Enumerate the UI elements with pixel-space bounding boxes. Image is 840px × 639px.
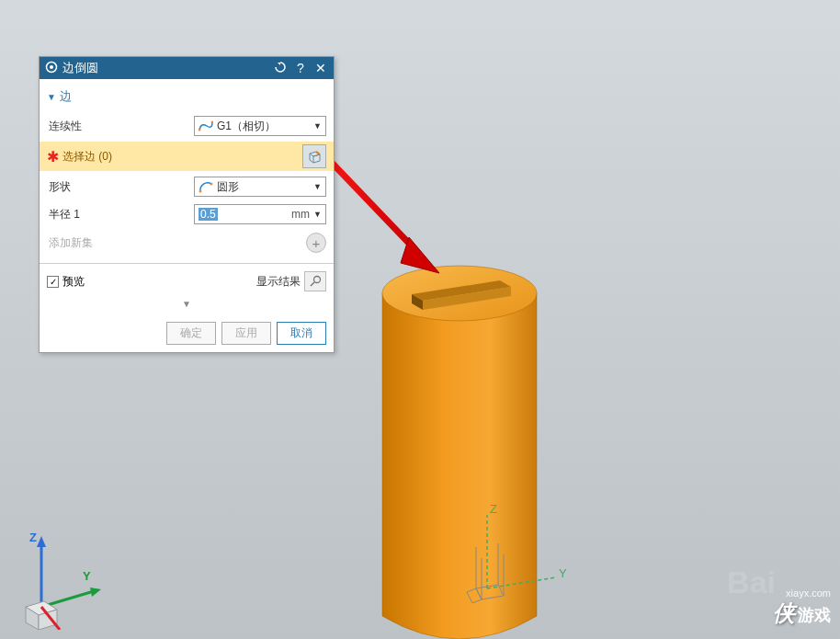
select-edge-icon-button[interactable]	[302, 144, 326, 168]
show-result-label: 显示结果	[256, 274, 301, 290]
chevron-down-icon[interactable]: ▼	[313, 210, 322, 219]
shape-value: 圆形	[217, 179, 313, 195]
shape-label: 形状	[47, 179, 194, 195]
section-edge-header[interactable]: ▼ 边	[47, 85, 326, 108]
cancel-button[interactable]: 取消	[277, 322, 326, 345]
radius-input[interactable]: 0.5 mm ▼	[194, 204, 326, 224]
svg-text:Y: Y	[83, 569, 91, 583]
select-edge-label: 选择边 (0)	[62, 149, 302, 165]
radius-value: 0.5	[199, 208, 218, 221]
plus-icon: +	[312, 235, 321, 251]
preview-label: 预览	[62, 274, 85, 290]
preview-checkbox[interactable]: ✓ 预览	[47, 274, 256, 290]
radius-label: 半径 1	[47, 207, 194, 223]
svg-point-11	[199, 129, 201, 131]
svg-point-12	[211, 121, 214, 124]
select-edge-row[interactable]: ✱ 选择边 (0)	[40, 142, 334, 171]
radius-unit: mm	[291, 208, 313, 221]
apply-button[interactable]: 应用	[221, 322, 271, 345]
view-triad[interactable]: Z Y	[9, 529, 110, 630]
svg-point-16	[314, 277, 321, 283]
svg-point-10	[50, 65, 53, 69]
shape-dropdown[interactable]: 圆形 ▼	[194, 177, 326, 197]
chevron-down-icon: ▼	[47, 92, 56, 102]
expand-toggle[interactable]: ▼	[47, 297, 326, 313]
section-edge-label: 边	[60, 88, 72, 105]
svg-text:Z: Z	[490, 502, 497, 516]
watermark: Bai xiayx.com 侠 游戏	[773, 588, 831, 628]
svg-marker-22	[90, 588, 101, 597]
show-result-button[interactable]	[304, 271, 326, 291]
add-set-button[interactable]: +	[306, 233, 326, 253]
svg-point-15	[210, 183, 213, 186]
add-set-label: 添加新集	[47, 235, 306, 251]
svg-marker-19	[37, 536, 46, 547]
ok-button[interactable]: 确定	[166, 322, 216, 345]
svg-line-17	[311, 282, 314, 286]
continuity-dropdown[interactable]: G1（相切） ▼	[194, 116, 326, 136]
close-icon[interactable]: ✕	[313, 61, 328, 76]
dialog-titlebar[interactable]: 边倒圆 ? ✕	[40, 57, 334, 79]
divider	[40, 263, 334, 264]
required-star-icon: ✱	[47, 148, 59, 165]
svg-text:Y: Y	[559, 566, 567, 580]
help-icon[interactable]: ?	[293, 61, 308, 76]
cube-edge-icon	[306, 148, 323, 165]
wand-icon	[309, 275, 322, 288]
chevron-down-icon[interactable]: ▼	[313, 182, 322, 191]
reset-icon[interactable]	[273, 61, 288, 76]
continuity-value: G1（相切）	[217, 119, 313, 134]
svg-point-14	[199, 190, 202, 193]
gear-icon	[45, 61, 58, 76]
checkmark-icon: ✓	[47, 276, 59, 288]
dialog-title: 边倒圆	[62, 60, 273, 76]
edge-blend-dialog: 边倒圆 ? ✕ ▼ 边 连续性	[39, 56, 335, 353]
viewport-3d[interactable]: Z Y 边倒圆 ? ✕	[0, 0, 840, 639]
shape-icon	[199, 180, 213, 193]
svg-text:Z: Z	[29, 531, 37, 544]
continuity-label: 连续性	[47, 119, 194, 134]
chevron-down-icon[interactable]: ▼	[313, 121, 322, 131]
continuity-icon	[199, 120, 213, 132]
chevron-down-icon: ▼	[182, 299, 191, 309]
